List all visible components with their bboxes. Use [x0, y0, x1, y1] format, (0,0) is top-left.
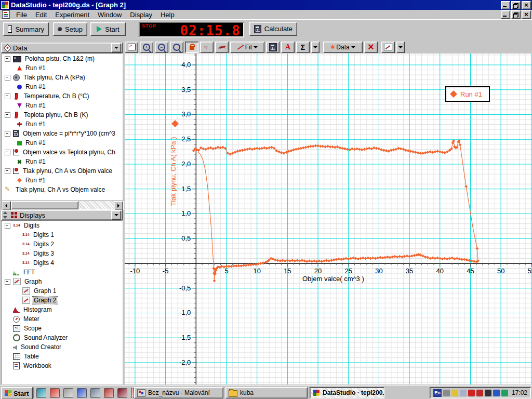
legend[interactable]: Run #1: [446, 87, 489, 101]
expand-minus-icon[interactable]: [5, 56, 10, 62]
tree-item[interactable]: Graph: [2, 277, 122, 286]
tree-item[interactable]: Histogram: [2, 305, 122, 314]
desktop-icon[interactable]: [36, 388, 46, 398]
tree-item[interactable]: Graph 1: [2, 286, 122, 296]
task-button-datastudio[interactable]: DataStudio - tepl200...: [310, 387, 384, 398]
tablet-icon[interactable]: [501, 390, 508, 396]
title-bar[interactable]: DataStudio - tepl200g.ds - [Graph 2]: [0, 0, 532, 10]
data-menu-button[interactable]: Data: [323, 42, 363, 53]
tree-item[interactable]: Table: [2, 352, 122, 361]
tree-item[interactable]: FFT: [2, 268, 122, 277]
statistics-button[interactable]: Σ: [296, 42, 310, 53]
display-settings-icon[interactable]: [451, 390, 458, 396]
zoom-select-button[interactable]: [170, 42, 183, 53]
security-icon[interactable]: [476, 390, 483, 396]
tree-item[interactable]: Sound Analyzer: [2, 333, 122, 342]
calculate-button[interactable]: Calculate: [249, 22, 297, 36]
expand-minus-icon[interactable]: [5, 279, 10, 285]
tree-item[interactable]: Run #1: [2, 82, 122, 91]
data-panel-menu-button[interactable]: [111, 43, 121, 52]
sync-icon[interactable]: [493, 390, 500, 396]
task-button-paint[interactable]: Bez_názvu - Malování: [134, 387, 223, 398]
document-icon[interactable]: [2, 10, 10, 19]
data-panel-hscrollbar[interactable]: [1, 201, 124, 210]
scale-to-fit-button[interactable]: [125, 42, 138, 53]
xy-tool-button[interactable]: [200, 42, 214, 53]
opera-icon[interactable]: [117, 388, 127, 398]
expand-minus-icon[interactable]: [5, 168, 10, 174]
tree-item[interactable]: Objem valce vs Teplota plynu, Ch: [2, 148, 122, 157]
delete-button[interactable]: ✕: [364, 42, 378, 53]
tree-item[interactable]: Objem valce = pi*r*r*y*100 (cm^3: [2, 129, 122, 138]
tree-item[interactable]: Tlak plynu, Ch A (kPa): [2, 73, 122, 82]
tree-item[interactable]: Run #1: [2, 138, 122, 148]
start-menu-button[interactable]: Start: [1, 387, 33, 399]
tree-item[interactable]: Temperature, Ch B (°C): [2, 91, 122, 101]
expand-minus-icon[interactable]: [5, 94, 10, 99]
expand-minus-icon[interactable]: [5, 131, 10, 137]
tree-item[interactable]: Scope: [2, 324, 122, 333]
tree-item[interactable]: Digits 1: [2, 230, 122, 240]
tree-item[interactable]: Run #1: [2, 176, 122, 185]
fit-menu-button[interactable]: Fit: [230, 42, 264, 53]
displays-panel-header[interactable]: Displays: [1, 210, 123, 220]
calculator-icon[interactable]: [90, 388, 100, 398]
expand-minus-icon[interactable]: [5, 75, 10, 81]
scheduler-icon[interactable]: [460, 390, 467, 396]
displays-panel-menu-button[interactable]: [111, 210, 121, 220]
tree-item[interactable]: Run #1: [2, 101, 122, 110]
mdi-close-button[interactable]: [522, 10, 531, 19]
acrobat-icon[interactable]: [50, 388, 60, 398]
menu-item-experiment[interactable]: Experiment: [51, 10, 94, 20]
task-button-folder[interactable]: kuba: [225, 387, 308, 398]
mdi-minimize-button[interactable]: [501, 10, 510, 19]
summary-button[interactable]: Summary: [3, 22, 49, 36]
menu-item-display[interactable]: Display: [126, 10, 156, 20]
menu-item-help[interactable]: Help: [156, 10, 179, 20]
volume-icon[interactable]: [443, 390, 450, 396]
ati-icon[interactable]: [468, 390, 475, 396]
tree-item[interactable]: Digits 3: [2, 249, 122, 258]
tree-item[interactable]: Digits 2: [2, 240, 122, 249]
tree-item[interactable]: Sound Creator: [2, 342, 122, 352]
graph-settings-button[interactable]: [381, 42, 395, 53]
scrollbar-thumb[interactable]: [11, 201, 78, 209]
tree-item[interactable]: Run #1: [2, 119, 122, 129]
zoom-in-button[interactable]: +: [140, 42, 153, 53]
setup-button[interactable]: Setup: [53, 22, 87, 36]
expand-minus-icon[interactable]: [5, 112, 10, 118]
zoom-out-button[interactable]: −: [155, 42, 168, 53]
start-button[interactable]: Start: [90, 22, 126, 36]
scroll-right-button[interactable]: [114, 201, 123, 210]
tree-item[interactable]: Run #1: [2, 63, 122, 73]
bird-icon[interactable]: [63, 388, 73, 398]
expand-minus-icon[interactable]: [5, 150, 10, 155]
minimize-button[interactable]: [501, 1, 510, 9]
pen-icon[interactable]: [77, 388, 87, 398]
restore-button[interactable]: [511, 1, 521, 9]
close-button[interactable]: [522, 1, 531, 9]
text-annotation-button[interactable]: A: [281, 42, 295, 53]
dragon-icon[interactable]: [104, 388, 114, 398]
mdi-restore-button[interactable]: [511, 10, 521, 19]
tree-item[interactable]: Run #1: [2, 157, 122, 166]
graph-settings-menu-button[interactable]: [396, 42, 405, 53]
menu-item-edit[interactable]: Edit: [31, 10, 51, 20]
scroll-left-button[interactable]: [2, 201, 11, 210]
data-panel-header[interactable]: Data: [1, 43, 123, 53]
expand-minus-icon[interactable]: [5, 223, 10, 229]
calculate-tool-button[interactable]: [266, 42, 280, 53]
tree-item[interactable]: Poloha pistu, Ch 1&2 (m): [2, 54, 122, 63]
power-icon[interactable]: [485, 390, 491, 396]
tree-item[interactable]: Meter: [2, 314, 122, 324]
tree-item[interactable]: Teplota plynu, Ch B (K): [2, 110, 122, 119]
tree-item[interactable]: Tlak plynu, Ch A vs Objem valce: [2, 185, 122, 194]
smart-tool-button[interactable]: [185, 42, 198, 53]
tree-item[interactable]: Tlak plynu, Ch A vs Objem valce: [2, 166, 122, 176]
menu-item-window[interactable]: Window: [94, 10, 126, 20]
tree-item[interactable]: Digits: [2, 221, 122, 230]
statistics-menu-button[interactable]: [311, 42, 320, 53]
menu-item-file[interactable]: File: [12, 10, 31, 20]
tree-item[interactable]: Digits 4: [2, 258, 122, 268]
graph-plot-area[interactable]: -10-5510152025303540455055-2,0-1,5-1,0-0…: [125, 54, 532, 385]
